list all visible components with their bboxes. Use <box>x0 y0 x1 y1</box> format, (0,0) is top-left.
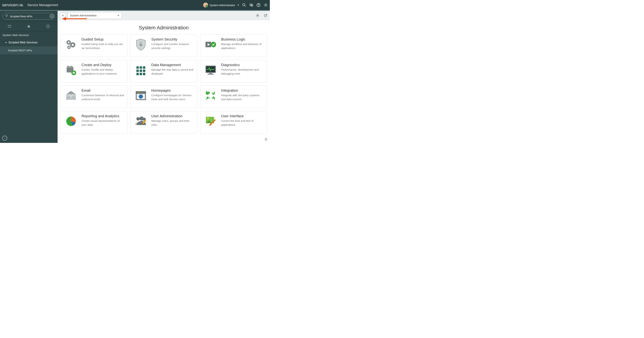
card-title: Diagnostics <box>221 63 264 67</box>
avatar <box>203 3 208 8</box>
context-picker[interactable]: System Administration ▼ <box>68 12 122 19</box>
card-grid: Guided Setup Guided Setup tools to help … <box>58 34 270 136</box>
card-business-logic[interactable]: Business Logic Manage workflow and behav… <box>200 34 267 57</box>
svg-rect-35 <box>143 70 145 72</box>
svg-point-48 <box>140 92 140 93</box>
card-desc: Performance, development and debugging t… <box>221 68 264 76</box>
refresh-icon[interactable] <box>263 13 268 18</box>
card-desc: Control the look and feel of application… <box>221 119 264 127</box>
card-title: Reporting and Analytics <box>82 114 124 118</box>
svg-rect-38 <box>143 73 145 75</box>
users-pencil-icon <box>134 114 148 128</box>
arrows-in-icon <box>204 88 218 103</box>
nav-tab-all[interactable] <box>0 22 19 31</box>
card-title: Integration <box>221 88 264 93</box>
svg-point-0 <box>243 4 245 6</box>
svg-line-1 <box>245 6 246 7</box>
card-desc: Configure homepages for Service Desk and… <box>151 93 194 101</box>
card-homepages[interactable]: Homepages Configure homepages for Servic… <box>130 85 197 108</box>
gear-icon[interactable] <box>264 3 268 7</box>
card-create-deploy[interactable]: Create and Deploy Create, modify and dep… <box>60 60 127 83</box>
grid-icon <box>134 63 148 77</box>
app-header: servicenow. Service Management System Ad… <box>0 0 270 10</box>
card-title: User Administration <box>151 114 194 118</box>
card-desc: Create visual representations of your da… <box>82 119 124 127</box>
nav-tab-history[interactable] <box>38 22 58 31</box>
gears-icon <box>64 37 78 52</box>
response-time-icon[interactable] <box>264 138 268 142</box>
svg-point-20 <box>68 47 70 48</box>
card-system-security[interactable]: System Security Configure and monitor In… <box>130 34 197 57</box>
funnel-icon <box>5 15 8 18</box>
svg-rect-41 <box>209 73 212 74</box>
card-title: Business Logic <box>221 37 264 42</box>
user-menu[interactable]: System Administrator ▼ <box>203 3 239 8</box>
svg-point-16 <box>68 42 70 43</box>
card-guided-setup[interactable]: Guided Setup Guided Setup tools to help … <box>60 34 127 57</box>
chat-icon[interactable] <box>249 3 253 7</box>
svg-rect-21 <box>140 44 142 46</box>
nav-tab-favorites[interactable] <box>19 22 38 31</box>
help-icon[interactable] <box>256 3 260 7</box>
svg-rect-30 <box>136 66 139 69</box>
card-desc: Configure and monitor Instance security … <box>151 42 194 50</box>
shield-lock-icon <box>134 37 148 52</box>
nav-section-header[interactable]: System Web Services <box>0 31 58 39</box>
page-title: System Administration <box>58 20 270 34</box>
card-desc: Manage the way data is stored and displa… <box>151 68 194 76</box>
svg-rect-37 <box>140 73 142 75</box>
card-desc: Guided Setup tools to help you set up Se… <box>82 42 124 50</box>
chevron-down-icon: ▼ <box>5 42 7 44</box>
svg-rect-34 <box>140 70 142 72</box>
chevron-down-icon: ▼ <box>117 15 119 17</box>
svg-rect-11 <box>8 25 11 27</box>
svg-point-27 <box>67 66 70 68</box>
card-title: System Security <box>151 37 194 42</box>
blocks-plus-icon <box>64 63 78 77</box>
card-title: Email <box>82 88 124 93</box>
card-desc: Create, modify and deploy applications t… <box>82 68 124 76</box>
image-brush-icon <box>204 114 218 128</box>
svg-rect-33 <box>136 70 139 72</box>
card-data-management[interactable]: Data Management Manage the way data is s… <box>130 60 197 83</box>
envelope-icon <box>64 88 78 103</box>
search-icon[interactable] <box>242 3 246 7</box>
nav-group-scripted-web-services[interactable]: ▼ Scripted Web Services <box>0 39 58 46</box>
card-title: Guided Setup <box>82 37 124 42</box>
card-user-interface[interactable]: User Interface Control the look and feel… <box>200 111 267 134</box>
svg-point-14 <box>257 15 258 16</box>
card-title: Homepages <box>151 88 194 93</box>
clear-filter-icon[interactable] <box>50 14 54 18</box>
svg-rect-36 <box>136 73 139 75</box>
svg-point-62 <box>207 118 209 119</box>
play-check-icon <box>204 37 218 52</box>
svg-point-47 <box>138 92 139 93</box>
nav-group-label: Scripted Web Services <box>8 41 38 44</box>
servicenow-logo: servicenow. <box>2 3 24 8</box>
card-desc: Manage workflow and behavior of applicat… <box>221 42 264 50</box>
card-email[interactable]: Email Customize behavior of inbound and … <box>60 85 127 108</box>
add-button[interactable]: ＋ <box>60 13 66 19</box>
chevron-down-icon: ▼ <box>237 4 239 6</box>
card-desc: Integrate with 3rd-party systems and dat… <box>221 93 264 101</box>
svg-point-58 <box>136 117 140 120</box>
filter-input[interactable] <box>10 15 48 18</box>
card-diagnostics[interactable]: Diagnostics Performance, development and… <box>200 60 267 83</box>
svg-rect-42 <box>208 74 214 75</box>
nav-item-scripted-rest-apis[interactable]: Scripted REST APIs <box>0 46 58 54</box>
svg-point-46 <box>137 92 138 93</box>
card-integration[interactable]: Integration Integrate with 3rd-party sys… <box>200 85 267 108</box>
svg-point-6 <box>265 5 266 6</box>
user-name: System Administrator <box>210 4 235 7</box>
svg-rect-32 <box>143 66 145 69</box>
gear-icon[interactable] <box>256 13 260 18</box>
pie-chart-icon <box>64 114 78 128</box>
card-title: Create and Deploy <box>82 63 124 67</box>
filter-navigator[interactable] <box>2 13 55 20</box>
svg-point-28 <box>70 66 73 68</box>
product-name: Service Management <box>27 3 58 7</box>
card-reporting[interactable]: Reporting and Analytics Create visual re… <box>60 111 127 134</box>
card-user-administration[interactable]: User Administration Manage users, groups… <box>130 111 197 134</box>
collapse-sidebar-button[interactable] <box>2 136 7 141</box>
card-desc: Manage users, groups and their roles <box>151 119 194 127</box>
